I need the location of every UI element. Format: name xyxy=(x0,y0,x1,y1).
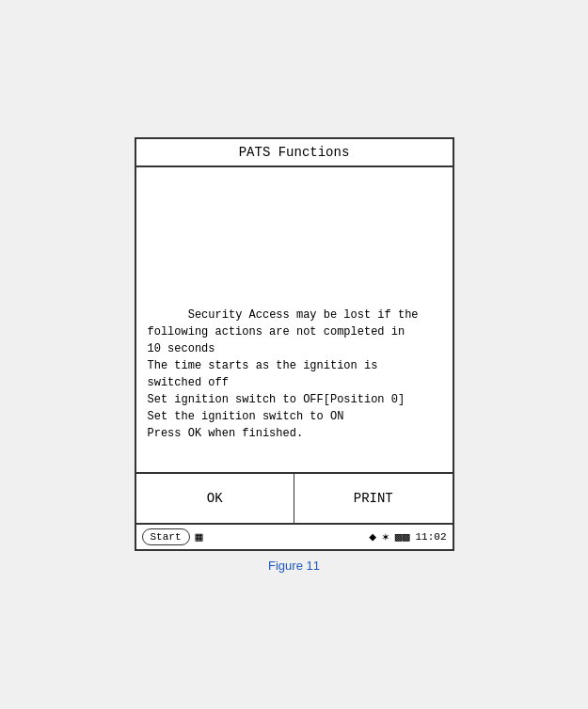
start-button[interactable]: Start xyxy=(142,528,190,545)
button-row: OK PRINT xyxy=(136,474,453,525)
screen: PATS Functions Security Access may be lo… xyxy=(135,137,454,551)
print-button[interactable]: PRINT xyxy=(294,474,453,523)
signal-icon: ◆ xyxy=(369,529,376,544)
instructions-text: Security Access may be lost if the follo… xyxy=(148,308,419,440)
taskbar-time: 11:02 xyxy=(415,531,446,543)
outer-wrapper: PATS Functions Security Access may be lo… xyxy=(135,137,454,573)
figure-caption: Figure 11 xyxy=(268,559,320,573)
title-bar: PATS Functions xyxy=(136,139,453,167)
taskbar: Start ▦ ◆ ✶ ▩▩ 11:02 xyxy=(136,525,453,549)
keyboard-icon: ▩▩ xyxy=(395,529,410,544)
content-area: Security Access may be lost if the follo… xyxy=(136,167,453,474)
brightness-icon: ✶ xyxy=(382,529,389,544)
window-title: PATS Functions xyxy=(239,145,350,160)
copy-icon: ▦ xyxy=(196,529,203,544)
ok-button[interactable]: OK xyxy=(136,474,295,523)
time-display: 11:02 xyxy=(415,531,446,543)
